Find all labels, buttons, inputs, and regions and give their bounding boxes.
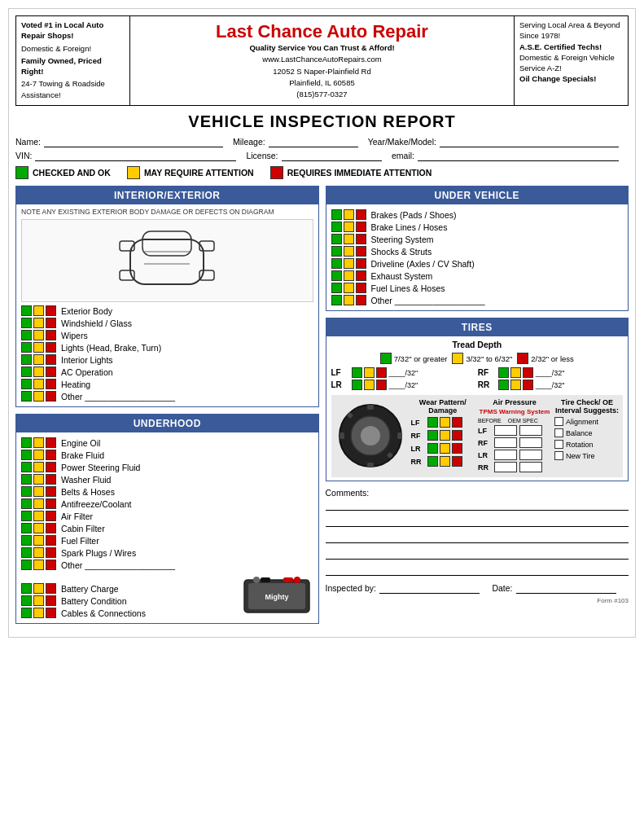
green-check[interactable] (21, 498, 32, 509)
comment-line-4[interactable] (326, 546, 629, 560)
tread-lf-green[interactable] (352, 367, 362, 378)
red-check[interactable] (46, 498, 56, 509)
tread-rf-green[interactable] (498, 367, 509, 378)
yellow-check[interactable] (344, 295, 354, 305)
red-check[interactable] (46, 608, 56, 618)
red-check[interactable] (46, 305, 56, 316)
green-check[interactable] (21, 391, 32, 402)
tread-lr-yellow[interactable] (364, 380, 375, 390)
yellow-check[interactable] (33, 391, 44, 402)
wear-rf-green[interactable] (427, 430, 438, 441)
comment-line-5[interactable] (326, 563, 629, 576)
yellow-check[interactable] (344, 270, 354, 281)
red-check[interactable] (356, 222, 366, 232)
air-lf-oem[interactable] (519, 425, 542, 436)
comment-line-1[interactable] (326, 498, 629, 511)
yellow-check[interactable] (33, 450, 44, 460)
yellow-check[interactable] (33, 523, 44, 533)
yellow-check[interactable] (33, 595, 44, 606)
green-check[interactable] (331, 209, 342, 220)
date-input[interactable] (516, 582, 616, 594)
green-check[interactable] (21, 511, 32, 521)
yellow-check[interactable] (33, 535, 44, 546)
green-check[interactable] (331, 270, 342, 281)
air-rf-oem[interactable] (519, 437, 542, 448)
yellow-check[interactable] (33, 583, 44, 594)
yellow-check[interactable] (33, 498, 44, 509)
air-lf-before[interactable] (494, 425, 517, 436)
red-check[interactable] (356, 270, 366, 281)
yellow-check[interactable] (344, 246, 354, 257)
green-check[interactable] (331, 234, 342, 244)
yellow-check[interactable] (33, 305, 44, 316)
license-input[interactable] (282, 150, 382, 161)
yellow-check[interactable] (33, 511, 44, 521)
tread-lf-red[interactable] (376, 367, 387, 378)
air-rf-before[interactable] (494, 437, 517, 448)
yellow-check[interactable] (33, 367, 44, 377)
red-check[interactable] (356, 258, 366, 269)
yellow-check[interactable] (33, 330, 44, 340)
wear-lr-red[interactable] (452, 443, 462, 454)
green-check[interactable] (21, 523, 32, 533)
red-check[interactable] (46, 583, 56, 594)
green-check[interactable] (21, 462, 32, 472)
green-check[interactable] (21, 535, 32, 546)
green-check[interactable] (21, 450, 32, 460)
red-check[interactable] (46, 318, 56, 328)
green-check[interactable] (21, 560, 32, 570)
red-check[interactable] (46, 367, 56, 377)
air-rr-before[interactable] (494, 462, 517, 472)
air-rr-oem[interactable] (519, 462, 542, 472)
red-check[interactable] (356, 246, 366, 257)
tire-check-checkbox[interactable] (554, 451, 563, 460)
yellow-check[interactable] (33, 474, 44, 485)
green-check[interactable] (21, 583, 32, 594)
red-check[interactable] (46, 462, 56, 472)
green-check[interactable] (21, 608, 32, 618)
red-check[interactable] (356, 234, 366, 244)
red-check[interactable] (46, 391, 56, 402)
yellow-check[interactable] (344, 222, 354, 232)
green-check[interactable] (21, 354, 32, 365)
green-check[interactable] (21, 342, 32, 353)
green-check[interactable] (21, 547, 32, 558)
comment-line-2[interactable] (326, 514, 629, 527)
comment-line-3[interactable] (326, 530, 629, 543)
yellow-check[interactable] (344, 234, 354, 244)
yellow-check[interactable] (33, 318, 44, 328)
green-check[interactable] (21, 595, 32, 606)
green-check[interactable] (21, 305, 32, 316)
yellow-check[interactable] (33, 379, 44, 389)
yellow-check[interactable] (33, 437, 44, 448)
vin-input[interactable] (35, 150, 236, 161)
tread-rr-yellow[interactable] (510, 380, 521, 390)
yellow-check[interactable] (344, 209, 354, 220)
mileage-input[interactable] (269, 136, 358, 147)
red-check[interactable] (46, 523, 56, 533)
red-check[interactable] (46, 342, 56, 353)
tire-check-checkbox[interactable] (554, 428, 563, 437)
yellow-check[interactable] (33, 342, 44, 353)
green-check[interactable] (21, 367, 32, 377)
wear-lr-yellow[interactable] (440, 443, 450, 454)
tread-rr-red[interactable] (523, 380, 533, 390)
yellow-check[interactable] (33, 354, 44, 365)
wear-lf-green[interactable] (427, 417, 438, 428)
red-check[interactable] (46, 437, 56, 448)
wear-lf-yellow[interactable] (440, 417, 450, 428)
red-check[interactable] (46, 330, 56, 340)
green-check[interactable] (331, 283, 342, 293)
wear-rr-green[interactable] (427, 456, 438, 467)
red-check[interactable] (46, 474, 56, 485)
red-check[interactable] (46, 595, 56, 606)
red-check[interactable] (46, 547, 56, 558)
red-check[interactable] (46, 535, 56, 546)
wear-rf-red[interactable] (452, 430, 462, 441)
yellow-check[interactable] (344, 283, 354, 293)
tread-lr-red[interactable] (376, 380, 387, 390)
yellow-check[interactable] (33, 462, 44, 472)
red-check[interactable] (356, 283, 366, 293)
wear-rr-red[interactable] (452, 456, 462, 467)
green-check[interactable] (21, 318, 32, 328)
